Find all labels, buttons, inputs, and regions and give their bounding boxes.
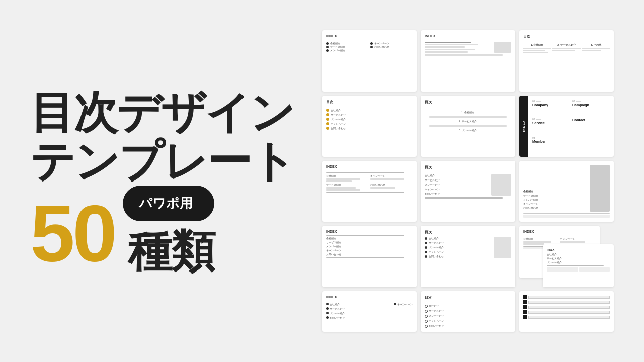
slide-9-content: 会社紹介 サービス紹介 メンバー紹介 キャンペーン お問い合わせ <box>523 165 610 218</box>
slide-thumb-7: INDEX 会社紹介 キャンペーン サービス紹介 <box>322 161 417 222</box>
main-title: 目次デザインテンプレート <box>30 88 312 186</box>
slide-14-content: 会社紹介 キャンペーン サービス紹介 メンバー紹介 <box>326 303 413 320</box>
slide-thumb-2: INDEX <box>421 30 515 92</box>
slide-thumb-5: 目次 1. 会社紹介 2. サービス紹介 3. メンバー紹介 <box>421 96 515 157</box>
slide-1-content: 会社紹介 サービス紹介 メンバー紹介 キャンペーン お問い合わせ <box>326 42 413 52</box>
badge-label: パワポ用 <box>123 186 214 221</box>
slide-1-label: INDEX <box>326 34 413 38</box>
slide-thumb-16 <box>519 291 614 332</box>
slide-thumb-14: INDEX 会社紹介 キャンペーン サービス紹介 <box>322 291 417 332</box>
slide-thumb-9: 会社紹介 サービス紹介 メンバー紹介 キャンペーン お問い合わせ <box>519 161 614 222</box>
slide-6-content: 01 —— Company 02 —— Campaign 02 —— Servi… <box>528 96 614 157</box>
slide-8-content: 会社紹介 サービス紹介 メンバー紹介 キャンペーン お問い合わせ <box>425 174 511 196</box>
slide-thumb-15: 目次 会社紹介 サービス紹介 メンバー紹介 キャンペーン <box>421 291 515 332</box>
slide-thumb-6: INDEX 01 —— Company 02 —— Campaign 02 ——… <box>519 96 614 157</box>
slide-thumb-4: 目次 会社紹介 サービス紹介 メンバー紹介 キャンペーン お問い合わせ <box>322 96 417 157</box>
slide-1-col1: 会社紹介 サービス紹介 メンバー紹介 <box>326 42 368 52</box>
slide-grid: INDEX 会社紹介 サービス紹介 メンバー紹介 キャンペーン お問い合わせ I… <box>312 20 614 342</box>
slide-2-content <box>425 42 511 56</box>
slide-15-content: 会社紹介 サービス紹介 メンバー紹介 キャンペーン お問い合わせ <box>425 304 511 328</box>
kinds-text: 種類 <box>128 229 214 274</box>
slide-10-content: INDEX 会社紹介 サービス紹介 メンバー紹介 キャンペーン お問い合わせ <box>326 230 413 283</box>
slide-3-content: 1. 会社紹介 2. サービス紹介 3. その他 <box>523 43 610 53</box>
slide-thumb-11: 目次 会社紹介 サービス紹介 メンバー紹介 キャンペーン お問い合わせ <box>421 226 515 287</box>
slide-thumb-10: INDEX 会社紹介 サービス紹介 メンバー紹介 キャンペーン お問い合わせ <box>322 226 417 287</box>
count-number: 50 <box>30 193 115 274</box>
slide-5-content: 1. 会社紹介 2. サービス紹介 3. メンバー紹介 <box>425 111 511 134</box>
slide-6-sidebar: INDEX <box>519 96 528 157</box>
main-container: 目次デザインテンプレート 50 パワポ用 種類 INDEX 会社紹介 サービス紹… <box>0 0 644 362</box>
slide-4-content: 会社紹介 サービス紹介 メンバー紹介 キャンペーン お問い合わせ <box>326 109 413 130</box>
slide-1-col2: キャンペーン お問い合わせ <box>370 42 413 52</box>
slide-thumb-12-13-container: INDEX 会社紹介 キャンペーン <box>519 226 614 287</box>
slide-7-content: 会社紹介 キャンペーン サービス紹介 <box>326 172 413 193</box>
slide-thumb-13: INDEX 会社紹介 サービス紹介 メンバー紹介 <box>543 244 614 287</box>
slide-thumb-8: 目次 会社紹介 サービス紹介 メンバー紹介 キャンペーン お問い合わせ <box>421 161 515 222</box>
slide-11-content: 目次 会社紹介 サービス紹介 メンバー紹介 キャンペーン お問い合わせ <box>425 230 511 283</box>
number-row: 50 パワポ用 種類 <box>30 186 312 274</box>
left-section: 目次デザインテンプレート 50 パワポ用 種類 <box>30 88 312 274</box>
slide-thumb-3: 目次 1. 会社紹介 2. サービス紹介 3. その他 <box>519 30 614 92</box>
slide-16-content <box>523 295 610 320</box>
slide-thumb-1: INDEX 会社紹介 サービス紹介 メンバー紹介 キャンペーン お問い合わせ <box>322 30 417 92</box>
